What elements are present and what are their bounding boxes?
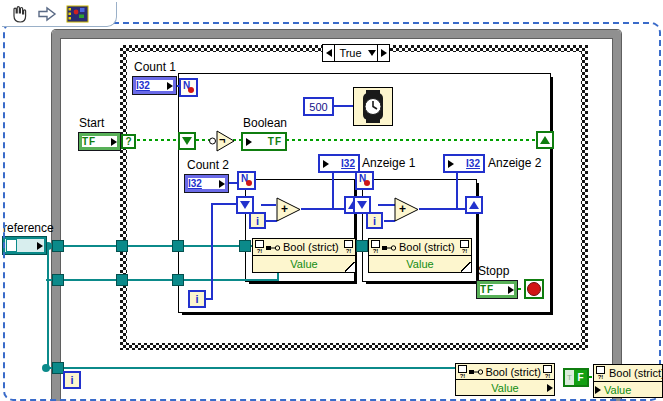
count1-type: I32 — [136, 80, 150, 91]
wire-boolean-to-sr[interactable] — [286, 139, 537, 141]
link-icon — [469, 367, 483, 376]
case-selector-terminal[interactable]: ? — [121, 134, 136, 149]
tunnel-loop2-ref[interactable] — [356, 240, 368, 252]
property-node-glyph: ?! — [371, 240, 380, 254]
false-constant-f[interactable]: F — [574, 370, 587, 385]
tunnel-case-ref2[interactable] — [116, 274, 128, 286]
wire-reference-v[interactable] — [47, 245, 49, 369]
boolean-label: Boolean — [243, 116, 287, 130]
property-node-3[interactable]: ?! Bool (strict) ?! Value — [455, 363, 555, 396]
add-function-1[interactable]: + — [275, 196, 302, 223]
loop-condition-terminal[interactable] — [524, 279, 544, 299]
stop-icon — [527, 282, 541, 296]
property-node-glyph: ?! — [458, 365, 467, 379]
wire-junction-2 — [42, 364, 50, 372]
count1-out-icon — [167, 82, 173, 90]
anzeige2-type: I32 — [466, 158, 480, 169]
add-icon — [275, 196, 302, 223]
tunnel-while-ref1[interactable] — [52, 240, 64, 252]
iteration-terminal-outer[interactable]: i — [188, 290, 206, 308]
reference-terminal[interactable] — [2, 236, 47, 255]
count1-terminal[interactable]: I32 — [132, 76, 177, 95]
wire-reference-2[interactable] — [46, 279, 279, 281]
shift-register-left-bool[interactable] — [178, 132, 196, 150]
wire-anzeige2[interactable] — [456, 172, 458, 209]
anzeige1-label: Anzeige 1 — [362, 156, 415, 170]
anzeige1-terminal[interactable]: I32 — [318, 154, 360, 173]
reference-label: reference — [3, 221, 54, 235]
boolean-type: TF — [268, 136, 282, 147]
start-type: TF — [82, 136, 96, 147]
boolean-terminal[interactable]: TF — [241, 132, 287, 151]
loop-count-terminal-1[interactable]: N — [237, 171, 256, 190]
count2-out-icon — [219, 180, 225, 188]
count2-type: I32 — [188, 178, 202, 189]
case-selector-value[interactable]: True — [335, 47, 366, 59]
corner-fold-icon — [345, 262, 355, 272]
boolean-in-icon — [246, 138, 252, 146]
stopp-terminal[interactable]: TF — [476, 280, 518, 299]
tunnel-loop1-ref[interactable] — [239, 240, 251, 252]
tunnel-while-ref2[interactable] — [52, 274, 64, 286]
corner-fold-icon — [461, 262, 471, 272]
tunnel-case-ref1[interactable] — [116, 240, 128, 252]
case-next-icon[interactable] — [377, 45, 389, 61]
count2-terminal[interactable]: I32 — [184, 174, 229, 193]
case-selector[interactable]: True — [322, 44, 390, 62]
property-node-glyph: ?! — [255, 240, 264, 254]
refnum-icon — [6, 239, 17, 252]
property-node-1[interactable]: ?! Bool (strict) ?! Value — [252, 238, 356, 273]
iteration-terminal-while[interactable]: i — [63, 371, 81, 389]
false-constant-t: T — [565, 370, 574, 385]
case-prev-icon[interactable] — [323, 45, 335, 61]
add-function-2[interactable]: + — [393, 196, 420, 223]
property-node-glyph: ?! — [543, 365, 552, 379]
wire-add1-out[interactable] — [301, 208, 345, 210]
anzeige2-label: Anzeige 2 — [488, 156, 541, 170]
tunnel-forouter-ref2[interactable] — [172, 274, 184, 286]
wire-i-v[interactable] — [211, 203, 213, 300]
count2-label: Count 2 — [187, 158, 229, 172]
shift-register-right-2[interactable] — [465, 196, 483, 214]
labview-block-diagram: True Count 1 Start Boolean Count 2 Anzei… — [0, 0, 663, 401]
stopp-out-icon — [508, 286, 514, 294]
reference-out-icon — [37, 242, 43, 250]
link-icon — [266, 243, 281, 252]
chevron-down-icon[interactable] — [366, 45, 377, 61]
iteration-terminal-1[interactable]: i — [249, 212, 266, 229]
start-label: Start — [79, 116, 104, 130]
coercion-dot — [188, 87, 194, 93]
shift-register-right-bool[interactable] — [536, 131, 554, 149]
property-node-4[interactable]: ?! Bool (strict) Value — [593, 364, 663, 398]
not-glyph: ¬ — [219, 133, 225, 145]
position-tool-icon[interactable] — [37, 5, 57, 23]
loop-count-terminal-outer[interactable]: N — [179, 78, 198, 97]
start-terminal[interactable]: TF — [78, 132, 121, 151]
snippet-tool-icon[interactable] — [66, 4, 90, 24]
stopp-label: Stopp — [478, 264, 509, 278]
iteration-terminal-2[interactable]: i — [366, 212, 383, 229]
operate-tool-icon[interactable] — [8, 4, 28, 24]
wire-add2-out[interactable] — [419, 208, 466, 210]
wait-ms-function[interactable] — [353, 87, 393, 126]
wire-reference-2b[interactable] — [277, 272, 279, 281]
wire-sr1-add[interactable] — [261, 204, 276, 206]
false-constant[interactable]: T F — [563, 368, 589, 387]
not-function[interactable]: ¬ — [208, 128, 236, 154]
property-node-glyph: ?! — [596, 366, 605, 380]
value-out-icon — [547, 384, 553, 392]
link-icon — [382, 243, 397, 252]
stopp-type: TF — [480, 284, 494, 295]
loop-count-terminal-2[interactable]: N — [355, 171, 374, 190]
start-out-icon — [111, 138, 117, 146]
property-node-2[interactable]: ?! Bool (strict) ?! Value — [368, 238, 472, 273]
tunnel-forouter-ref1[interactable] — [172, 240, 184, 252]
anzeige2-in-icon — [448, 160, 454, 168]
wire-wait[interactable] — [334, 105, 353, 107]
anzeige2-terminal[interactable]: I32 — [443, 154, 485, 173]
wire-reference-3[interactable] — [47, 367, 455, 369]
property-node-glyph: ?! — [460, 240, 469, 254]
wait-ms-constant[interactable]: 500 — [303, 97, 334, 116]
wire-anzeige1[interactable] — [332, 172, 334, 209]
coercion-dot — [364, 180, 370, 186]
